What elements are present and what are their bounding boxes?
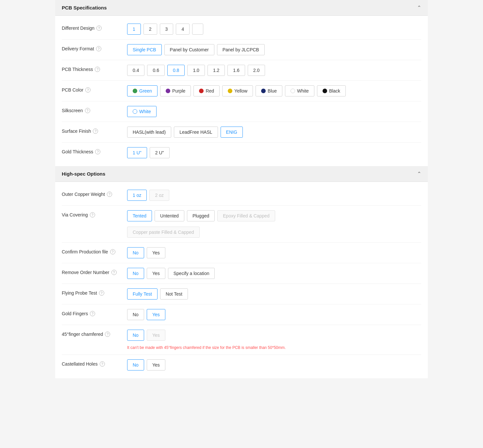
finger-chamfered-options: No Yes It can't be made with 45°fingers … — [127, 330, 421, 350]
thickness-1.0[interactable]: 1.0 — [187, 65, 205, 76]
outer-copper-weight-row: Outer Copper Weight ? 1 oz 2 oz — [62, 185, 421, 206]
silkscreen-row: Silkscreen ? White — [62, 101, 421, 122]
color-dot-yellow — [228, 89, 232, 93]
pcb-color-row: PCB Color ? Green Purple Red Ye — [62, 81, 421, 101]
silkscreen-label: Silkscreen ? — [62, 106, 127, 113]
confirm-production-help[interactable]: ? — [110, 249, 115, 254]
via-untented[interactable]: Untented — [155, 210, 184, 221]
confirm-production-row: Confirm Production file ? No Yes — [62, 243, 421, 263]
thickness-0.4[interactable]: 0.4 — [127, 65, 144, 76]
delivery-format-single-pcb[interactable]: Single PCB — [127, 44, 162, 55]
flying-probe-test-options: Fully Test Not Test — [127, 288, 421, 300]
finger-chamfered-help[interactable]: ? — [105, 332, 110, 337]
silkscreen-options: White — [127, 106, 421, 117]
finger-chamfered-row: 45°finger chamfered ? No Yes It can't be… — [62, 325, 421, 355]
confirm-production-options: No Yes — [127, 247, 421, 258]
copper-weight-1oz[interactable]: 1 oz — [127, 190, 147, 201]
color-blue[interactable]: Blue — [256, 85, 282, 96]
delivery-format-row: Delivery Format ? Single PCB Panel by Cu… — [62, 40, 421, 60]
different-design-help[interactable]: ? — [96, 26, 102, 31]
castellated-holes-help[interactable]: ? — [100, 361, 105, 367]
pcb-thickness-help[interactable]: ? — [95, 67, 100, 72]
different-design-btn-1[interactable]: 1 — [127, 24, 141, 35]
surface-finish-row: Surface Finish ? HASL(with lead) LeadFre… — [62, 122, 421, 143]
finger-chamfered-label: 45°finger chamfered ? — [62, 330, 127, 337]
remove-order-number-label: Remove Order Number ? — [62, 268, 127, 275]
different-design-row: Different Design ? 1 2 3 4 — [62, 19, 421, 40]
color-yellow[interactable]: Yellow — [222, 85, 253, 96]
thickness-1.2[interactable]: 1.2 — [208, 65, 225, 76]
via-covering-row: Via Covering ? Tented Untented Plugged E… — [62, 206, 421, 243]
confirm-production-yes[interactable]: Yes — [147, 247, 165, 258]
pcb-thickness-row: PCB Thickness ? 0.4 0.6 0.8 1.0 1.2 1.6 … — [62, 60, 421, 81]
via-tented[interactable]: Tented — [127, 210, 152, 221]
via-plugged[interactable]: Plugged — [187, 210, 215, 221]
outer-copper-weight-help[interactable]: ? — [107, 192, 112, 197]
finger-chamfered-no[interactable]: No — [127, 330, 144, 341]
surface-finish-help[interactable]: ? — [93, 129, 98, 134]
remove-order-no[interactable]: No — [127, 268, 144, 279]
pcb-color-help[interactable]: ? — [85, 87, 91, 93]
probe-fully-test[interactable]: Fully Test — [127, 288, 158, 300]
color-red[interactable]: Red — [193, 85, 220, 96]
different-design-btn-3[interactable]: 3 — [160, 24, 174, 35]
flying-probe-test-label: Flying Probe Test ? — [62, 288, 127, 296]
copper-weight-2oz[interactable]: 2 oz — [149, 190, 169, 201]
delivery-format-label: Delivery Format ? — [62, 44, 127, 51]
highspec-collapse-icon[interactable]: ⌃ — [417, 171, 421, 177]
probe-not-test[interactable]: Not Test — [160, 288, 188, 300]
via-covering-help[interactable]: ? — [90, 212, 95, 217]
finish-leadfree-hasl[interactable]: LeadFree HASL — [174, 127, 218, 138]
different-design-btn-4[interactable]: 4 — [176, 24, 190, 35]
gold-fingers-no[interactable]: No — [127, 309, 144, 320]
finish-hasl-lead[interactable]: HASL(with lead) — [127, 127, 171, 138]
gold-thickness-label: Gold Thickness ? — [62, 147, 127, 154]
finger-chamfered-error: It can't be made with 45°fingers chamfer… — [127, 345, 421, 350]
color-white[interactable]: White — [285, 85, 314, 96]
finger-chamfered-yes[interactable]: Yes — [147, 330, 165, 341]
silkscreen-white[interactable]: White — [127, 106, 157, 117]
silkscreen-help[interactable]: ? — [85, 108, 90, 113]
via-covering-label: Via Covering ? — [62, 210, 127, 217]
castellated-holes-options: No Yes — [127, 359, 421, 370]
thickness-1.6[interactable]: 1.6 — [227, 65, 245, 76]
gold-thickness-2u[interactable]: 2 U" — [150, 147, 170, 158]
pcb-section-title: PCB Specifications — [62, 5, 107, 10]
highspec-section-content: Outer Copper Weight ? 1 oz 2 oz Via Cove… — [55, 182, 428, 378]
color-dot-green — [133, 89, 137, 93]
remove-order-yes[interactable]: Yes — [147, 268, 165, 279]
delivery-format-panel-jlcpcb[interactable]: Panel by JLCPCB — [217, 44, 265, 55]
delivery-format-panel-customer[interactable]: Panel by Customer — [164, 44, 214, 55]
castellated-holes-label: Castellated Holes ? — [62, 359, 127, 367]
pcb-color-options: Green Purple Red Yellow Blue — [127, 85, 421, 96]
remove-order-number-help[interactable]: ? — [111, 270, 117, 275]
pcb-section-content: Different Design ? 1 2 3 4 Delivery Form… — [55, 16, 428, 166]
via-copper-paste[interactable]: Copper paste Filled & Capped — [127, 227, 200, 238]
pcb-collapse-icon[interactable]: ⌃ — [417, 5, 421, 11]
gold-thickness-help[interactable]: ? — [95, 149, 100, 154]
delivery-format-help[interactable]: ? — [96, 46, 101, 51]
different-design-btn-2[interactable]: 2 — [143, 24, 157, 35]
via-epoxy-filled[interactable]: Epoxy Filled & Capped — [217, 210, 275, 221]
different-design-options: 1 2 3 4 — [127, 24, 421, 35]
pcb-section-header: PCB Specifications ⌃ — [55, 0, 428, 16]
color-black[interactable]: Black — [317, 85, 346, 96]
thickness-2.0[interactable]: 2.0 — [248, 65, 265, 76]
gold-fingers-help[interactable]: ? — [90, 311, 95, 316]
castellated-holes-yes[interactable]: Yes — [147, 359, 165, 370]
color-green[interactable]: Green — [127, 85, 158, 96]
remove-order-specify[interactable]: Specify a location — [168, 268, 215, 279]
color-purple[interactable]: Purple — [160, 85, 191, 96]
castellated-holes-no[interactable]: No — [127, 359, 144, 370]
remove-order-number-options: No Yes Specify a location — [127, 268, 421, 279]
gold-thickness-1u[interactable]: 1 U" — [127, 147, 147, 158]
thickness-0.6[interactable]: 0.6 — [147, 65, 164, 76]
outer-copper-weight-label: Outer Copper Weight ? — [62, 190, 127, 197]
gold-thickness-row: Gold Thickness ? 1 U" 2 U" — [62, 143, 421, 163]
gold-fingers-yes[interactable]: Yes — [147, 309, 165, 320]
confirm-production-no[interactable]: No — [127, 247, 144, 258]
finish-enig[interactable]: ENIG — [221, 127, 243, 138]
thickness-0.8[interactable]: 0.8 — [167, 65, 185, 76]
different-design-btn-5[interactable] — [192, 24, 203, 35]
flying-probe-test-help[interactable]: ? — [99, 290, 104, 296]
